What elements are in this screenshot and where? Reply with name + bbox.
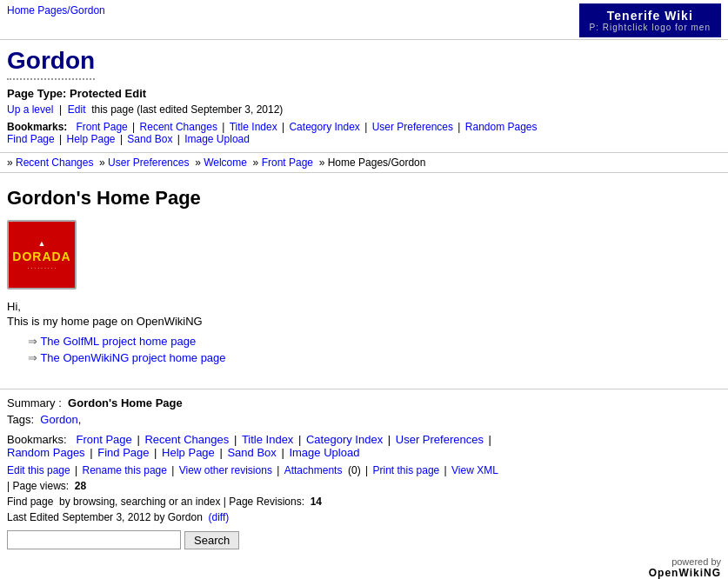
edit-line: Up a level | Edit this page (last edited… — [7, 103, 721, 116]
tags-line: Tags: Gordon, — [7, 413, 721, 426]
footer-bookmark-help-page[interactable]: Help Page — [162, 446, 215, 459]
greeting-line2: This is my home page on OpenWikiNG — [7, 315, 721, 328]
last-edited-text: Last Edited September 3, 2012 by Gordon — [7, 511, 203, 523]
footer-bookmark-recent-changes[interactable]: Recent Changes — [144, 433, 229, 446]
breadcrumb: » Recent Changes » User Preferences » We… — [0, 152, 728, 173]
attachments-link[interactable]: Attachments — [284, 464, 343, 476]
openwiking-brand: OpenWikiNG — [649, 567, 721, 579]
tags-label: Tags: — [7, 413, 34, 426]
footer-bookmark-sand-box[interactable]: Sand Box — [227, 446, 276, 459]
dorada-name: DORADA — [12, 250, 70, 263]
bookmark-title-index[interactable]: Title Index — [230, 121, 277, 133]
search-button[interactable]: Search — [184, 531, 239, 549]
summary-label: Summary : — [7, 396, 62, 409]
bookmark-help-page[interactable]: Help Page — [67, 133, 116, 145]
home-pages-link[interactable]: Home Pages/Gordon — [7, 4, 105, 17]
powered-by: powered by OpenWikiNG — [0, 553, 728, 579]
breadcrumb-front-page[interactable]: Front Page — [262, 156, 313, 169]
diff-link[interactable]: (diff) — [208, 511, 229, 523]
page-views-count: 28 — [75, 480, 86, 492]
bookmark-image-upload[interactable]: Image Upload — [184, 133, 250, 145]
last-edited-line: Last Edited September 3, 2012 by Gordon … — [7, 511, 721, 523]
bookmark-sand-box[interactable]: Sand Box — [127, 133, 172, 145]
dorada-bottom: · · · · · · · · · — [27, 265, 56, 271]
page-revisions-line: Find page by browsing, searching or an i… — [7, 496, 721, 508]
greeting-line1: Hi, — [7, 300, 721, 313]
footer-bookmark-random-pages[interactable]: Random Pages — [7, 446, 85, 459]
bookmarks-label: Bookmarks: — [7, 121, 67, 133]
find-page-suffix: by browsing, searching or an index | Pag… — [59, 496, 304, 508]
page-type: Page Type: Protected Edit — [7, 87, 721, 100]
breadcrumb-welcome[interactable]: Welcome — [204, 156, 247, 169]
links-list: The GolfML project home page The OpenWik… — [28, 335, 721, 364]
rename-this-page-link[interactable]: Rename this page — [83, 464, 167, 476]
footer-links: Edit this page | Rename this page | View… — [7, 464, 721, 476]
wiki-subtitle: P: Rightclick logo for men — [590, 23, 711, 32]
footer-bookmark-front-page[interactable]: Front Page — [76, 433, 131, 446]
page-title: Gordon — [7, 47, 95, 80]
bookmark-random-pages[interactable]: Random Pages — [465, 121, 538, 133]
footer-bookmark-user-preferences[interactable]: User Preferences — [396, 433, 484, 446]
print-this-page-link[interactable]: Print this page — [373, 464, 440, 476]
openwiking-link[interactable]: The OpenWikiNG project home page — [40, 351, 225, 364]
footer-bookmark-image-upload[interactable]: Image Upload — [289, 446, 359, 459]
tag-gordon[interactable]: Gordon — [40, 413, 77, 426]
breadcrumb-user-preferences[interactable]: User Preferences — [108, 156, 189, 169]
list-item: The OpenWikiNG project home page — [28, 351, 721, 364]
bookmarks-line: Bookmarks: Front Page | Recent Changes |… — [7, 121, 721, 145]
footer-section: Summary : Gordon's Home Page Tags: Gordo… — [0, 389, 728, 553]
footer-bookmark-category-index[interactable]: Category Index — [306, 433, 383, 446]
main-content: Gordon's Home Page ▲ DORADA · · · · · · … — [0, 180, 728, 375]
summary-value: Gordon's Home Page — [68, 396, 183, 409]
view-other-revisions-link[interactable]: View other revisions — [179, 464, 272, 476]
breadcrumb-recent-changes[interactable]: Recent Changes — [16, 156, 93, 169]
page-revisions-count: 14 — [311, 496, 322, 508]
golfml-link[interactable]: The GolfML project home page — [40, 335, 196, 348]
attachments-count: (0) — [348, 464, 361, 476]
bookmark-front-page[interactable]: Front Page — [76, 121, 127, 133]
footer-bookmark-title-index[interactable]: Title Index — [242, 433, 294, 446]
page-views-line: | Page views: 28 — [7, 480, 721, 492]
summary-line: Summary : Gordon's Home Page — [7, 396, 721, 409]
search-input[interactable] — [7, 530, 181, 549]
find-page-footer-link[interactable]: Find page — [7, 496, 53, 508]
wiki-logo[interactable]: Tenerife Wiki P: Rightclick logo for men — [579, 3, 721, 37]
greeting: Hi, This is my home page on OpenWikiNG — [7, 300, 721, 328]
edit-info: this page (last edited September 3, 2012… — [91, 103, 283, 116]
wiki-name: Tenerife Wiki — [590, 9, 711, 23]
content-title: Gordon's Home Page — [7, 187, 721, 210]
footer-bookmarks: Bookmarks: Front Page | Recent Changes |… — [7, 433, 721, 459]
bookmark-user-preferences[interactable]: User Preferences — [372, 121, 453, 133]
edit-this-page-link[interactable]: Edit this page — [7, 464, 70, 476]
footer-bookmark-find-page[interactable]: Find Page — [97, 446, 149, 459]
bookmark-category-index[interactable]: Category Index — [289, 121, 359, 133]
list-item: The GolfML project home page — [28, 335, 721, 348]
edit-link[interactable]: Edit — [68, 103, 86, 116]
view-xml-link[interactable]: View XML — [451, 464, 498, 476]
page-header: Gordon Page Type: Protected Edit Up a le… — [0, 40, 728, 152]
footer-bookmarks-label: Bookmarks: — [7, 433, 67, 446]
dorada-top: ▲ — [38, 239, 46, 248]
top-breadcrumb: Home Pages/Gordon — [7, 3, 105, 17]
page-views-prefix: | Page views: — [7, 480, 69, 492]
dorada-logo-image: ▲ DORADA · · · · · · · · · — [7, 220, 77, 290]
up-a-level-link[interactable]: Up a level — [7, 103, 53, 116]
bookmark-find-page[interactable]: Find Page — [7, 133, 55, 145]
top-bar: Home Pages/Gordon Tenerife Wiki P: Right… — [0, 0, 728, 40]
search-bar: Search — [7, 530, 721, 549]
breadcrumb-current: Home Pages/Gordon — [328, 156, 426, 169]
bookmark-recent-changes[interactable]: Recent Changes — [140, 121, 217, 133]
powered-by-text: powered by — [671, 556, 721, 567]
